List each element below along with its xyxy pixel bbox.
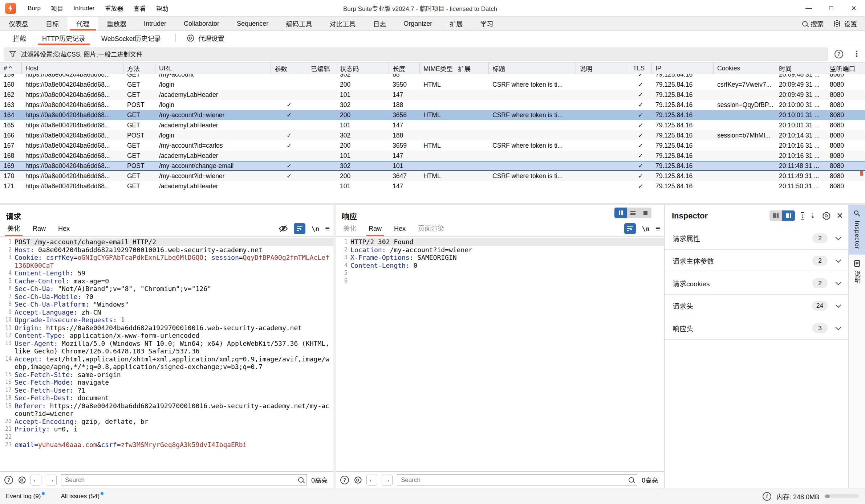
help-icon[interactable]: ?: [834, 50, 843, 58]
col-header-MIME类型[interactable]: MIME类型: [420, 63, 454, 74]
menu-项目[interactable]: 项目: [46, 0, 68, 17]
col-header-扩展[interactable]: 扩展: [454, 63, 489, 74]
request-tab-美化[interactable]: 美化: [4, 223, 24, 236]
col-header-状态码[interactable]: 状态码: [336, 63, 389, 74]
show-newlines-icon[interactable]: \n: [642, 225, 650, 233]
main-tab-Collaborator[interactable]: Collaborator: [175, 17, 228, 30]
col-header-说明[interactable]: 说明: [576, 63, 629, 74]
sub-tab-WebSocket历史记录[interactable]: WebSocket历史记录: [93, 31, 169, 45]
help-icon[interactable]: ?: [340, 476, 349, 484]
layout-rows-button[interactable]: [627, 208, 639, 218]
chevron-down-icon[interactable]: [836, 302, 841, 308]
history-row-168[interactable]: 168https://0a8e004204ba6dd68...GET/acade…: [0, 151, 865, 161]
main-tab-编码工具[interactable]: 编码工具: [277, 17, 321, 30]
dock-right-button[interactable]: [782, 210, 795, 221]
event-log-tab[interactable]: Event log (9): [6, 493, 45, 500]
prev-match-button[interactable]: ←: [366, 475, 377, 485]
chevron-down-icon[interactable]: [836, 257, 841, 263]
col-header-Cookies[interactable]: Cookies: [714, 63, 775, 74]
chevron-down-icon[interactable]: [836, 279, 841, 285]
response-tab-Raw[interactable]: Raw: [365, 225, 385, 236]
sub-tab-拦截[interactable]: 拦截: [5, 31, 34, 45]
col-header-已编辑[interactable]: 已编辑: [307, 63, 336, 74]
col-header-参数[interactable]: 参数: [271, 63, 307, 74]
side-tab-Inspector[interactable]: Inspector: [849, 205, 865, 255]
layout-columns-button[interactable]: [614, 208, 627, 218]
history-row-159[interactable]: 159https://0a8e004204ba6dd68...GET/my-ac…: [0, 74, 865, 79]
col-header-时间[interactable]: 时间: [775, 63, 826, 74]
read-only-eye-icon[interactable]: [279, 224, 288, 233]
soft-wrap-icon[interactable]: [624, 223, 636, 234]
show-newlines-icon[interactable]: \n: [311, 225, 319, 233]
history-row-165[interactable]: 165https://0a8e004204ba6dd68...GET/acade…: [0, 120, 865, 130]
main-tab-对比工具[interactable]: 对比工具: [321, 17, 364, 30]
menu-重放器[interactable]: 重放器: [100, 0, 129, 17]
main-tab-仪表盘[interactable]: 仪表盘: [0, 17, 37, 30]
gear-icon[interactable]: [17, 476, 26, 484]
next-match-button[interactable]: →: [46, 475, 57, 485]
history-row-162[interactable]: 162https://0a8e004204ba6dd68...GET/acade…: [0, 90, 865, 100]
request-editor[interactable]: 1POST /my-account/change-email HTTP/22Ho…: [0, 237, 333, 471]
close-icon[interactable]: ✕: [837, 211, 843, 221]
menu-查看[interactable]: 查看: [129, 0, 151, 17]
response-tab-页面渲染[interactable]: 页面渲染: [414, 223, 448, 236]
history-row-169[interactable]: 169https://0a8e004204ba6dd68...POST/my-a…: [0, 161, 865, 171]
all-issues-tab[interactable]: All issues (54): [61, 493, 103, 500]
next-match-button[interactable]: →: [382, 475, 393, 485]
inspector-section-请求cookies[interactable]: 请求cookies2: [665, 272, 848, 295]
history-row-170[interactable]: 170https://0a8e004204ba6dd68...GET/my-ac…: [0, 171, 865, 181]
col-header-#[interactable]: # ^: [0, 63, 22, 74]
soft-wrap-icon[interactable]: [294, 223, 305, 234]
col-header-TLS[interactable]: TLS: [629, 63, 652, 74]
main-tab-Organizer[interactable]: Organizer: [395, 17, 441, 30]
menu-Burp[interactable]: Burp: [23, 0, 46, 17]
side-tab-说明[interactable]: 说明: [849, 255, 865, 289]
main-tab-学习[interactable]: 学习: [471, 17, 502, 30]
proxy-settings-button[interactable]: 代理设置: [182, 31, 228, 45]
inspector-section-请求属性[interactable]: 请求属性2: [665, 227, 848, 250]
more-menu-icon[interactable]: ⋮: [853, 49, 861, 59]
response-editor[interactable]: 1HTTP/2 302 Found2Location: /my-account?…: [336, 237, 664, 471]
col-header-方法[interactable]: 方法: [123, 63, 155, 74]
info-icon[interactable]: i: [763, 492, 771, 501]
inspector-section-请求头[interactable]: 请求头24: [665, 295, 848, 317]
maximize-button[interactable]: □: [820, 0, 842, 17]
main-tab-Intruder[interactable]: Intruder: [135, 17, 175, 30]
gear-icon[interactable]: [821, 211, 831, 221]
close-button[interactable]: ✕: [842, 0, 865, 17]
menu-Intruder[interactable]: Intruder: [68, 0, 100, 17]
main-tab-目标[interactable]: 目标: [37, 17, 68, 30]
help-icon[interactable]: ?: [4, 476, 13, 484]
main-tab-扩展[interactable]: 扩展: [441, 17, 471, 30]
response-tab-美化[interactable]: 美化: [340, 223, 360, 236]
col-header-标题[interactable]: 标题: [489, 63, 576, 74]
chevron-down-icon[interactable]: [836, 234, 841, 240]
request-search-input[interactable]: [65, 476, 298, 484]
col-header-IP[interactable]: IP: [652, 63, 714, 74]
history-row-164[interactable]: 164https://0a8e004204ba6dd68...GET/my-ac…: [0, 110, 865, 120]
main-tab-重放器[interactable]: 重放器: [98, 17, 135, 30]
editor-menu-icon[interactable]: ≡: [655, 224, 660, 233]
col-header-Host[interactable]: Host: [22, 63, 123, 74]
sub-tab-HTTP历史记录[interactable]: HTTP历史记录: [34, 31, 93, 45]
dock-left-button[interactable]: [769, 210, 782, 221]
editor-menu-icon[interactable]: ≡: [325, 224, 330, 233]
global-search-button[interactable]: 搜索: [802, 19, 824, 28]
chevron-down-icon[interactable]: [836, 324, 841, 330]
inspector-section-请求主体参数[interactable]: 请求主体参数2: [665, 250, 848, 272]
menu-帮助[interactable]: 帮助: [151, 0, 174, 17]
history-row-160[interactable]: 160https://0a8e004204ba6dd68...GET/login…: [0, 79, 865, 90]
response-tab-Hex[interactable]: Hex: [390, 225, 409, 236]
layout-single-button[interactable]: [639, 208, 651, 218]
response-search-input[interactable]: [401, 476, 629, 484]
main-tab-日志[interactable]: 日志: [364, 17, 395, 30]
expand-all-icon[interactable]: ↕: [801, 212, 804, 220]
history-row-167[interactable]: 167https://0a8e004204ba6dd68...GET/my-ac…: [0, 140, 865, 151]
col-header-长度[interactable]: 长度: [389, 63, 420, 74]
minimize-button[interactable]: —: [797, 0, 820, 17]
collapse-all-icon[interactable]: ⇣: [810, 213, 815, 218]
global-settings-button[interactable]: 设置: [833, 19, 857, 28]
history-row-163[interactable]: 163https://0a8e004204ba6dd68...POST/logi…: [0, 100, 865, 110]
request-tab-Hex[interactable]: Hex: [54, 225, 73, 236]
main-tab-代理[interactable]: 代理: [68, 17, 98, 30]
